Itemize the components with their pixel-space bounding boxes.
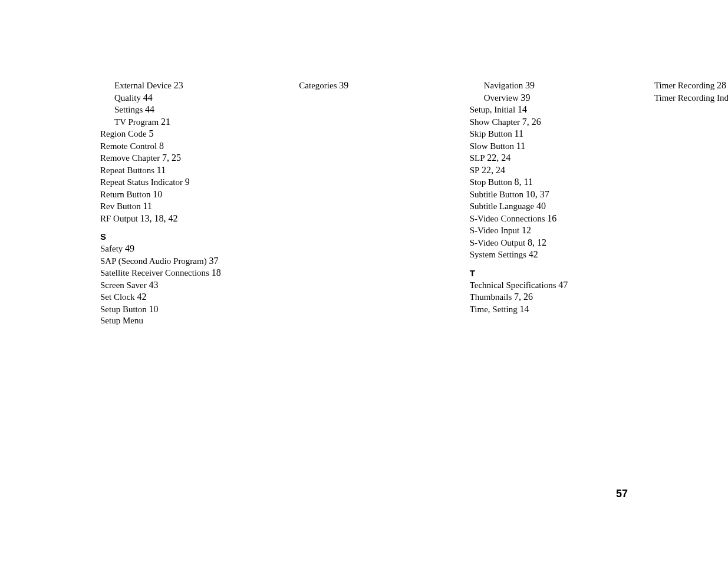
index-term: Remote Control [100,141,157,151]
index-entry: Repeat Status Indicator 9 [100,176,261,189]
index-pages: 39 [521,92,531,103]
index-term: Timer Recording Indicator [654,93,728,103]
index-entry: Setup Menu [100,315,261,327]
index-entry: Screen Saver 43 [100,279,261,292]
index-entry: Safety 49 [100,243,261,255]
index-pages: 11 [515,128,523,138]
index-pages: 40 [536,201,546,211]
index-pages: 10 [149,304,159,314]
index-term: Region Code [100,129,147,138]
index-entry: Set Clock 42 [100,291,261,303]
index-pages: 10, 37 [526,189,549,199]
index-term: Technical Specifications [470,280,556,290]
index-entry: SP 22, 24 [470,164,631,177]
index-entry: Technical Specifications 47 [470,279,631,292]
index-term: Categories [299,81,337,90]
index-term: Quality [114,93,141,103]
index-pages: 44 [143,92,153,103]
index-pages: 22, 24 [482,165,505,175]
index-term: Thumbnails [470,292,512,302]
index-entry: Subtitle Button 10, 37 [470,189,631,201]
index-heading: T [470,268,631,278]
index-pages: 8, 12 [528,237,546,247]
index-term: Satellite Receiver Connections [100,268,209,277]
index-term: Stop Button [470,177,512,187]
index-term: S-Video Connections [470,214,545,223]
index-pages: 22, 24 [487,153,510,163]
index-term: Timer Recording [654,81,714,90]
index-entry: S-Video Connections 16 [470,213,631,225]
index-term: S-Video Input [470,226,520,235]
index-pages: 42 [137,292,147,302]
index-term: Time, Setting [470,305,518,314]
index-entry: SLP 22, 24 [470,152,631,164]
index-pages: 23 [174,80,183,90]
index-term: Setup Button [100,305,147,314]
index-entry: SAP (Second Audio Program) 37 [100,255,261,267]
index-pages: 39 [339,80,348,90]
index-entry: TV Program 21 [100,116,261,128]
index-pages: 44 [145,104,154,114]
index-term: SP [470,166,480,175]
index-entry: Rev Button 11 [100,200,261,213]
index-entry: Subtitle Language 40 [470,200,631,213]
page-number: 57 [616,488,628,500]
index-pages: 14 [518,104,527,114]
index-pages: 9 [185,177,190,187]
index-entry: Skip Button 11 [470,128,631,140]
index-entry: Repeat Buttons 11 [100,164,261,177]
index-term: System Settings [470,250,526,259]
index-term: Overview [484,93,519,103]
index-heading: S [100,232,261,242]
index-entry: System Settings 42 [470,249,631,261]
index-pages: 42 [529,249,538,259]
index-term: Screen Saver [100,280,147,290]
index-entry: S-Video Input 12 [470,224,631,237]
index-pages: 11 [157,165,166,175]
index-entry: RF Output 13, 18, 42 [100,213,261,225]
index-entry: Time, Setting 14 [470,303,631,316]
index-term: Subtitle Language [470,201,535,211]
index-term: Navigation [484,81,523,90]
index-pages: 5 [149,128,154,138]
index-pages: 39 [525,80,535,90]
index-entry: Categories 39 [285,80,446,92]
index-pages: 47 [558,280,568,290]
index-term: TV Program [114,117,159,127]
index-pages: 7, 26 [522,117,541,127]
index-term: SLP [470,153,485,163]
index-pages: 8, 11 [515,177,533,187]
index-term: Return Button [100,190,150,199]
index-pages: 7, 26 [514,292,533,302]
index-term: Subtitle Button [470,190,523,199]
index-term: Set Clock [100,292,135,302]
index-entry: Show Chapter 7, 26 [470,116,631,128]
index-entry: S-Video Output 8, 12 [470,237,631,249]
index-pages: 21 [161,117,170,127]
index-pages: 14 [520,304,529,314]
index-term: S-Video Output [470,238,526,247]
index-term: Setup Menu [100,316,143,325]
index-term: Skip Button [470,129,512,138]
index-term: Repeat Buttons [100,166,154,175]
index-term: Remove Chapter [100,153,160,163]
index-entry: Setup Button 10 [100,303,261,316]
index-entry: Navigation 39 [470,80,631,92]
index-entry: Thumbnails 7, 26 [470,291,631,303]
index-entry: Region Code 5 [100,128,261,140]
index-entry: Satellite Receiver Connections 18 [100,267,261,279]
index-entry: Return Button 10 [100,189,261,201]
index-pages: 18 [212,267,221,277]
index-pages: 8 [159,141,164,151]
index-pages: 16 [547,213,556,223]
index-entry: Remove Chapter 7, 25 [100,152,261,164]
index-entry: Overview 39 [470,92,631,104]
index-term: Show Chapter [470,117,520,127]
index-pages: 43 [149,280,158,290]
index-term: Safety [100,244,123,253]
index-entry: Setup, Initial 14 [470,104,631,116]
index-term: Settings [114,105,143,114]
index-term: Repeat Status Indicator [100,177,183,187]
index-pages: 28 [717,80,726,90]
index-pages: 7, 25 [162,153,181,163]
